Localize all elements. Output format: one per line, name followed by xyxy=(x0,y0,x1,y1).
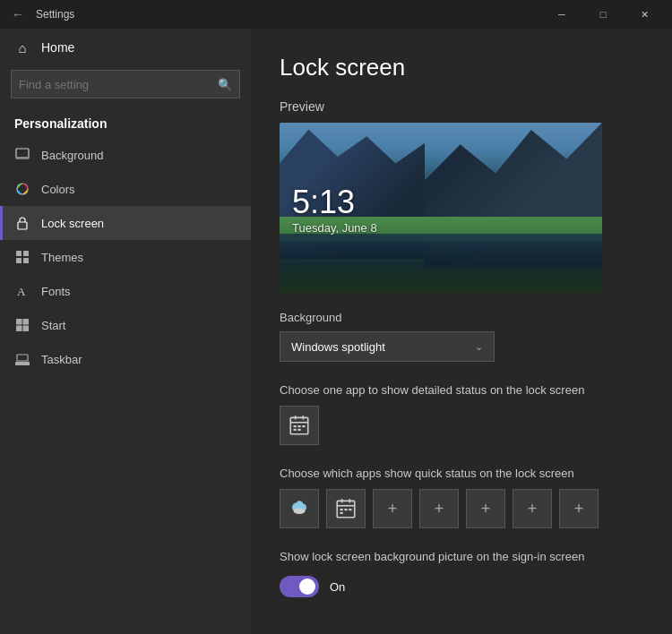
background-nav-label: Background xyxy=(41,149,103,162)
home-label: Home xyxy=(41,40,74,55)
sidebar-item-colors[interactable]: Colors xyxy=(0,172,251,206)
search-input[interactable] xyxy=(19,78,218,91)
preview-time: 5:13 xyxy=(292,184,355,221)
taskbar-nav-icon xyxy=(14,351,30,367)
sign-in-toggle-row: On xyxy=(280,576,643,597)
detailed-status-label: Choose one app to show detailed status o… xyxy=(280,383,643,397)
themes-nav-label: Themes xyxy=(41,251,83,264)
dropdown-value: Windows spotlight xyxy=(291,340,385,354)
toggle-state-label: On xyxy=(330,580,345,594)
sidebar-item-home[interactable]: ⌂ Home xyxy=(0,29,251,66)
maximize-button[interactable]: □ xyxy=(582,0,624,29)
sign-in-label: Show lock screen background picture on t… xyxy=(280,550,643,563)
calendar-app-quick-btn[interactable] xyxy=(326,489,366,528)
svg-point-25 xyxy=(294,508,306,514)
lock-screen-nav-icon xyxy=(14,215,30,231)
preview-label: Preview xyxy=(280,99,643,114)
sidebar-section-title: Personalization xyxy=(0,109,251,138)
window-controls: ─ □ ✕ xyxy=(541,0,665,29)
quick-status-apps-row: + + + + + xyxy=(280,489,643,528)
themes-nav-icon xyxy=(14,249,30,265)
svg-rect-13 xyxy=(15,362,30,365)
svg-rect-23 xyxy=(297,429,300,431)
sidebar-item-lock-screen[interactable]: Lock screen xyxy=(0,206,251,240)
close-button[interactable]: ✕ xyxy=(624,0,665,29)
start-nav-icon xyxy=(14,317,30,333)
svg-rect-19 xyxy=(294,425,297,427)
app-title: Settings xyxy=(36,8,541,21)
minimize-button[interactable]: ─ xyxy=(541,0,582,29)
home-icon: ⌂ xyxy=(14,39,30,56)
svg-rect-14 xyxy=(17,355,28,361)
titlebar: ← Settings ─ □ ✕ xyxy=(0,0,672,29)
bg-dropdown-label: Background xyxy=(280,311,643,324)
sidebar-item-fonts[interactable]: A Fonts xyxy=(0,274,251,308)
detailed-status-apps-row xyxy=(280,406,643,445)
svg-rect-9 xyxy=(16,319,22,325)
svg-rect-21 xyxy=(302,425,305,427)
sidebar-item-themes[interactable]: Themes xyxy=(0,240,251,274)
svg-rect-4 xyxy=(16,258,22,263)
app-body: ⌂ Home 🔍 Personalization Background Colo… xyxy=(0,29,672,634)
svg-rect-3 xyxy=(18,222,27,229)
svg-rect-33 xyxy=(340,512,343,514)
background-dropdown[interactable]: Windows spotlight ⌄ xyxy=(280,331,495,362)
svg-rect-7 xyxy=(16,251,22,256)
svg-rect-30 xyxy=(340,509,343,510)
search-box[interactable]: 🔍 xyxy=(11,70,240,99)
svg-rect-11 xyxy=(16,326,22,332)
svg-rect-5 xyxy=(23,251,29,256)
svg-rect-12 xyxy=(23,326,30,332)
sidebar-item-start[interactable]: Start xyxy=(0,308,251,342)
sidebar-item-background[interactable]: Background xyxy=(0,138,251,172)
quick-add-btn-4[interactable]: + xyxy=(513,489,552,528)
svg-rect-31 xyxy=(344,509,347,510)
weather-app-quick-btn[interactable] xyxy=(280,489,319,528)
back-button[interactable]: ← xyxy=(7,4,29,25)
quick-status-label: Choose which apps show quick status on t… xyxy=(280,467,643,480)
sidebar: ⌂ Home 🔍 Personalization Background Colo… xyxy=(0,29,251,634)
svg-rect-20 xyxy=(297,425,300,427)
page-title: Lock screen xyxy=(280,54,643,81)
taskbar-nav-label: Taskbar xyxy=(41,353,82,366)
sidebar-item-taskbar[interactable]: Taskbar xyxy=(0,342,251,376)
lock-screen-preview: 5:13 Tuesday, June 8 xyxy=(280,123,602,293)
start-nav-label: Start xyxy=(41,319,65,332)
water-reflection xyxy=(280,234,602,294)
svg-rect-32 xyxy=(349,509,351,510)
svg-rect-6 xyxy=(23,258,29,263)
fonts-nav-label: Fonts xyxy=(41,285,71,298)
svg-rect-22 xyxy=(294,429,297,431)
quick-add-btn-5[interactable]: + xyxy=(559,489,599,528)
svg-rect-10 xyxy=(23,319,30,325)
calendar-app-detailed-btn[interactable] xyxy=(280,406,319,445)
colors-nav-icon xyxy=(14,181,30,197)
content-area: Lock screen Preview 5:13 Tuesday, June 8… xyxy=(251,29,672,634)
quick-add-btn-1[interactable]: + xyxy=(373,489,412,528)
quick-add-btn-3[interactable]: + xyxy=(466,489,505,528)
svg-rect-1 xyxy=(16,157,29,158)
background-nav-icon xyxy=(14,147,30,163)
sign-in-toggle[interactable] xyxy=(280,576,319,597)
quick-add-btn-2[interactable]: + xyxy=(419,489,459,528)
colors-nav-label: Colors xyxy=(41,183,75,196)
fonts-nav-icon: A xyxy=(14,283,30,299)
toggle-knob xyxy=(299,578,315,595)
lock-screen-nav-label: Lock screen xyxy=(41,217,104,230)
chevron-down-icon: ⌄ xyxy=(475,341,483,353)
svg-text:A: A xyxy=(17,285,26,298)
preview-date: Tuesday, June 8 xyxy=(292,221,377,235)
search-icon: 🔍 xyxy=(218,78,232,91)
